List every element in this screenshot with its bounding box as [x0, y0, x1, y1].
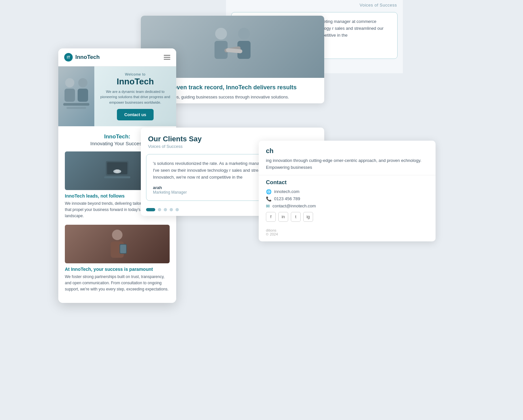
social-instagram[interactable]: ig: [303, 212, 313, 222]
footer-copyright: © 2024: [266, 232, 428, 236]
svg-point-0: [215, 28, 227, 40]
logo-dot: IT: [64, 53, 73, 61]
right-panel: ch ing innovation through cutting-edge o…: [259, 141, 436, 241]
footer-text: ditions © 2024: [259, 226, 436, 241]
hamburger-line-2: [164, 57, 170, 58]
feature-image-2: [65, 225, 170, 263]
logo-text: InnoTech: [75, 54, 100, 61]
svg-rect-20: [120, 245, 126, 253]
contact-website-value: innotech.com: [274, 189, 299, 194]
contact-phone-value: 0123 456 789: [274, 196, 300, 201]
contact-title: Contact: [266, 179, 428, 186]
svg-point-17: [112, 230, 122, 240]
svg-point-8: [78, 78, 87, 87]
copyright-symbol: ©: [266, 232, 269, 236]
contact-email: ✉ contact@innotech.com: [266, 203, 428, 209]
svg-rect-10: [63, 103, 89, 106]
company-blurb: ch ing innovation through cutting-edge o…: [259, 141, 436, 175]
feature-2-desc: We foster strong partnerships built on t…: [65, 274, 170, 293]
footer-terms: ditions: [266, 228, 428, 232]
laptop-illustration: [103, 158, 132, 184]
hero-subtitle: We are a dynamic team dedicated to pione…: [100, 89, 171, 105]
hero-section: Welcome to InnoTech We are a dynamic tea…: [58, 66, 176, 126]
contact-website: 🌐 innotech.com: [266, 189, 428, 194]
handshake-icon: [206, 24, 259, 70]
company-desc: ing innovation through cutting-edge omer…: [266, 157, 428, 171]
hero-content: Welcome to InnoTech We are a dynamic tea…: [94, 66, 176, 126]
hero-image-left: [58, 66, 94, 126]
social-row: f in t ig: [266, 212, 428, 222]
svg-rect-9: [78, 89, 88, 102]
copyright-year: 2024: [270, 232, 278, 236]
svg-rect-11: [66, 107, 86, 109]
clients-dot-4[interactable]: [170, 208, 173, 211]
feature-2-title: At InnoTech, your success is paramount: [65, 267, 170, 272]
hamburger-menu[interactable]: [164, 55, 170, 60]
team-illustration: [60, 74, 93, 119]
globe-icon: 🌐: [266, 189, 271, 194]
mobile-nav: IT InnoTech: [58, 48, 176, 66]
contact-section: Contact 🌐 innotech.com 📞 0123 456 789 ✉ …: [259, 175, 436, 226]
svg-point-6: [65, 78, 74, 87]
phone-icon: 📞: [266, 196, 271, 201]
clients-dot-5[interactable]: [176, 208, 179, 211]
logo-short: IT: [67, 55, 70, 59]
svg-rect-7: [65, 89, 75, 102]
social-twitter[interactable]: t: [291, 212, 301, 222]
svg-point-2: [238, 28, 250, 40]
svg-rect-15: [115, 169, 120, 173]
logo-area: IT InnoTech: [64, 53, 100, 61]
contact-phone: 📞 0123 456 789: [266, 196, 428, 201]
company-name: ch: [266, 147, 428, 155]
clients-dot-3[interactable]: [164, 208, 167, 211]
email-icon: ✉: [266, 203, 270, 209]
contact-us-button[interactable]: Contact us: [117, 109, 153, 120]
hamburger-line-1: [164, 55, 170, 56]
hero-welcome: Welcome to: [125, 72, 146, 76]
hero-title: InnoTech: [117, 77, 154, 86]
social-facebook[interactable]: f: [266, 212, 276, 222]
back-section-title: Voices of Success: [226, 0, 403, 9]
clients-dot-1[interactable]: [146, 208, 155, 211]
svg-rect-16: [104, 176, 130, 178]
hamburger-line-3: [164, 59, 170, 60]
contact-email-value: contact@innotech.com: [272, 203, 316, 208]
social-linkedin[interactable]: in: [278, 212, 288, 222]
clients-dot-2[interactable]: [158, 208, 161, 211]
woman-illustration: [103, 228, 132, 260]
